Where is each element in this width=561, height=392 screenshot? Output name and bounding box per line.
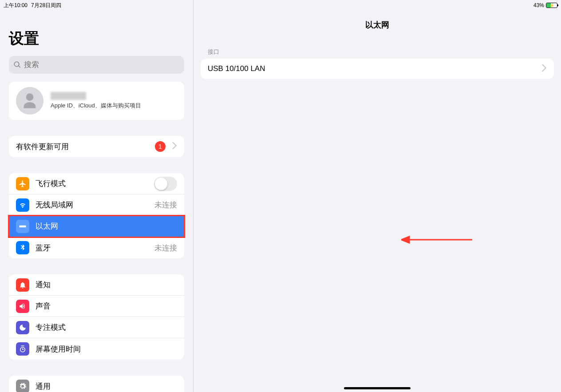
airplane-label: 飞行模式 [36, 178, 154, 189]
account-name-obfuscated [51, 92, 86, 100]
interface-label: USB 10/100 LAN [208, 64, 539, 73]
bluetooth-label: 蓝牙 [36, 243, 154, 253]
status-time: 上午10:00 [4, 2, 28, 9]
svg-point-2 [24, 226, 25, 226]
interface-row[interactable]: USB 10/100 LAN [201, 59, 554, 79]
wifi-status: 未连接 [154, 200, 177, 210]
bluetooth-status: 未连接 [154, 243, 177, 253]
avatar [16, 87, 43, 115]
sidebar-item-bluetooth[interactable]: 蓝牙 未连接 [9, 237, 184, 258]
general-label: 通用 [36, 381, 177, 392]
status-date: 7月28日周四 [31, 2, 61, 9]
screentime-label: 屏幕使用时间 [36, 344, 177, 354]
battery-percent: 43% [533, 2, 544, 8]
sidebar-item-airplane[interactable]: 飞行模式 [9, 173, 184, 194]
svg-point-1 [22, 226, 23, 226]
status-bar: 上午10:00 7月28日周四 43% ⚡ [0, 0, 561, 11]
battery-icon: ⚡ [546, 3, 557, 8]
focus-label: 专注模式 [36, 322, 177, 333]
account-subtitle: Apple ID、iCloud、媒体与购买项目 [51, 102, 177, 110]
svg-marker-4 [401, 237, 409, 243]
sidebar-item-notifications[interactable]: 通知 [9, 274, 184, 296]
sidebar-item-focus[interactable]: 专注模式 [9, 317, 184, 338]
notifications-icon [16, 278, 29, 292]
gear-icon [16, 380, 29, 392]
software-update-row[interactable]: 有软件更新可用 1 [9, 136, 184, 157]
airplane-icon [16, 177, 29, 190]
airplane-toggle[interactable] [154, 177, 177, 191]
main-content: 以太网 接口 USB 10/100 LAN [194, 0, 561, 392]
chevron-icon [172, 142, 177, 151]
sidebar-item-wifi[interactable]: 无线局域网 未连接 [9, 194, 184, 216]
svg-point-0 [20, 226, 21, 226]
page-title: 设置 [0, 11, 193, 53]
wifi-label: 无线局域网 [36, 200, 154, 210]
search-field[interactable] [24, 60, 180, 69]
chevron-icon [541, 64, 547, 74]
ethernet-label: 以太网 [36, 221, 177, 231]
section-label: 接口 [194, 48, 561, 59]
sidebar: 设置 Apple ID、iCloud、媒体与购买项目 有软件更新可用 1 飞行模… [0, 0, 194, 392]
wifi-icon [16, 198, 29, 212]
software-update-label: 有软件更新可用 [16, 142, 155, 152]
update-badge: 1 [155, 141, 166, 152]
home-indicator[interactable] [344, 387, 411, 389]
ethernet-icon [16, 220, 29, 233]
screentime-icon [16, 342, 29, 356]
focus-icon [16, 321, 29, 334]
search-input[interactable] [9, 56, 184, 74]
sound-icon [16, 300, 29, 313]
sound-label: 声音 [36, 301, 177, 311]
notifications-label: 通知 [36, 280, 177, 290]
sidebar-item-general[interactable]: 通用 [9, 376, 184, 392]
sidebar-item-screentime[interactable]: 屏幕使用时间 [9, 338, 184, 360]
bluetooth-icon [16, 241, 29, 254]
arrow-annotation [401, 233, 477, 246]
main-title: 以太网 [194, 11, 561, 48]
sidebar-item-ethernet[interactable]: 以太网 [9, 216, 184, 237]
account-card[interactable]: Apple ID、iCloud、媒体与购买项目 [9, 82, 184, 120]
search-icon [13, 61, 21, 69]
sidebar-item-sound[interactable]: 声音 [9, 296, 184, 317]
